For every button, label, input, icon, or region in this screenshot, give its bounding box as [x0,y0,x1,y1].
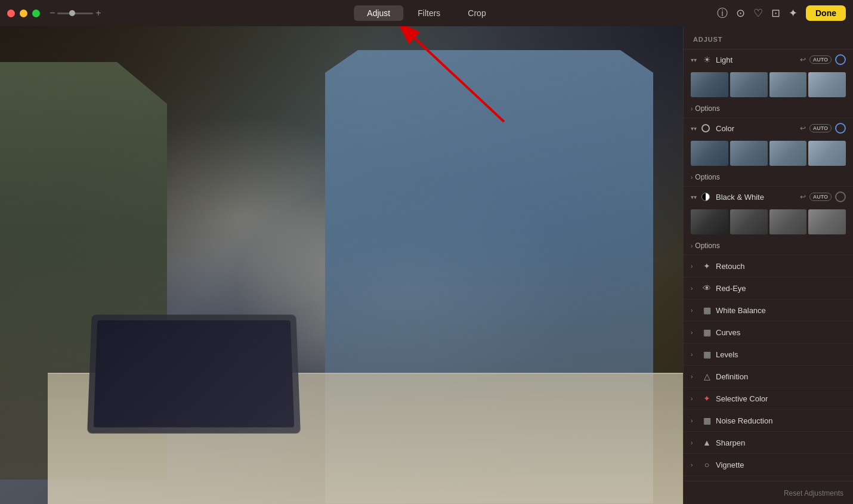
bw-undo-icon[interactable]: ↩ [800,193,806,201]
curves-label: Curves [716,328,846,337]
item-selective-color[interactable]: › ✦ Selective Color [684,388,853,410]
bw-options-chevron-icon: › [691,243,693,249]
retouch-icon: ✦ [701,261,712,271]
light-thumb-2[interactable] [730,72,768,97]
photo-area [0,26,683,504]
section-light-header[interactable]: ▾ ☀ Light ↩ AUTO [684,50,853,70]
noise-reduction-icon: ▦ [701,416,712,425]
red-eye-icon: 👁 [701,283,712,293]
levels-label: Levels [716,350,846,359]
bw-thumb-1[interactable] [691,209,728,234]
zoom-controls: − + [50,8,101,18]
item-noise-reduction[interactable]: › ▦ Noise Reduction [684,410,853,432]
color-options: › Options [684,171,853,186]
color-options-label: Options [695,173,719,181]
zoom-out-button[interactable]: − [50,8,55,18]
light-sun-icon: ☀ [701,55,712,64]
item-vignette[interactable]: › ○ Vignette [684,454,853,476]
color-chevron-icon: ▾ [691,125,698,132]
selective-color-label: Selective Color [716,394,846,403]
tab-crop[interactable]: Crop [455,5,499,21]
bw-toggle[interactable] [835,191,846,202]
color-thumbs [684,138,853,171]
light-label: Light [716,55,796,64]
light-thumb-4[interactable] [808,72,846,97]
laptop [87,315,301,434]
panel-title: ADJUST [693,36,722,43]
magic-icon[interactable]: ✦ [789,7,798,20]
color-thumb-3[interactable] [769,141,807,166]
noise-reduction-label: Noise Reduction [716,416,846,425]
definition-chevron-icon: › [691,373,698,380]
main-content: ADJUST ▾ ☀ Light ↩ AUTO [0,26,853,504]
fullscreen-icon[interactable]: ⊡ [771,7,780,20]
item-retouch[interactable]: › ✦ Retouch [684,255,853,277]
light-chevron-icon: ▾ [691,57,698,63]
bw-thumb-4[interactable] [808,209,846,234]
light-thumb-1[interactable] [691,72,728,97]
tab-filters[interactable]: Filters [404,5,453,21]
titlebar: − + Adjust Filters Crop ⓘ ⊙ ♡ ⊡ ✦ Done [0,0,853,26]
traffic-lights [7,10,40,17]
item-sharpen[interactable]: › ▲ Sharpen [684,432,853,454]
light-undo-icon[interactable]: ↩ [800,55,806,64]
color-options-btn[interactable]: › Options [691,173,846,181]
item-curves[interactable]: › ▦ Curves [684,321,853,344]
levels-chevron-icon: › [691,351,698,358]
zoom-slider[interactable] [57,13,93,14]
levels-icon: ▦ [701,350,712,359]
light-options-btn[interactable]: › Options [691,104,846,113]
bw-controls: ↩ AUTO [800,191,846,202]
panel-scroll[interactable]: ▾ ☀ Light ↩ AUTO › [684,50,853,481]
light-auto-badge[interactable]: AUTO [809,55,832,64]
color-thumb-2[interactable] [730,141,768,166]
light-thumbs [684,70,853,102]
color-dot-icon [701,124,710,132]
item-white-balance[interactable]: › ▦ White Balance [684,299,853,321]
reset-adjustments-button[interactable]: Reset Adjustments [784,489,843,497]
section-light: ▾ ☀ Light ↩ AUTO › [684,50,853,118]
panel-header: ADJUST [684,26,853,50]
retouch-chevron-icon: › [691,263,698,270]
light-options-label: Options [695,104,719,113]
red-eye-label: Red-Eye [716,284,846,293]
vignette-icon: ○ [701,460,712,469]
maximize-button[interactable] [32,10,40,17]
section-bw-header[interactable]: ▾ Black & White ↩ AUTO [684,187,853,207]
item-definition[interactable]: › △ Definition [684,366,853,388]
color-label: Color [716,124,796,133]
zoom-in-button[interactable]: + [95,8,101,18]
close-button[interactable] [7,10,15,17]
vignette-chevron-icon: › [691,462,698,468]
item-red-eye[interactable]: › 👁 Red-Eye [684,277,853,299]
bw-halfcircle-icon [701,193,710,201]
color-auto-badge[interactable]: AUTO [809,124,832,132]
bw-thumb-3[interactable] [769,209,807,234]
section-color-header[interactable]: ▾ Color ↩ AUTO [684,118,853,138]
noise-reduction-chevron-icon: › [691,418,698,424]
item-levels[interactable]: › ▦ Levels [684,344,853,366]
light-options-chevron-icon: › [691,106,693,112]
white-balance-icon: ▦ [701,305,712,315]
bw-options-btn[interactable]: › Options [691,242,846,250]
red-eye-chevron-icon: › [691,285,698,292]
bw-thumb-2[interactable] [730,209,768,234]
done-button[interactable]: Done [806,5,846,21]
panel-bottom: Reset Adjustments [684,481,853,504]
color-thumb-4[interactable] [808,141,846,166]
minimize-button[interactable] [20,10,27,17]
section-color: ▾ Color ↩ AUTO › [684,118,853,187]
light-thumb-3[interactable] [769,72,807,97]
laptop-screen [94,320,295,427]
share-icon[interactable]: ⊙ [736,7,745,20]
light-toggle[interactable] [835,54,846,65]
color-thumb-1[interactable] [691,141,728,166]
white-balance-label: White Balance [716,306,846,315]
bw-label: Black & White [716,193,796,202]
heart-icon[interactable]: ♡ [753,7,763,20]
color-undo-icon[interactable]: ↩ [800,124,806,132]
info-icon[interactable]: ⓘ [717,6,728,20]
color-toggle[interactable] [835,123,846,134]
tab-adjust[interactable]: Adjust [354,5,403,21]
bw-auto-badge[interactable]: AUTO [809,193,832,201]
